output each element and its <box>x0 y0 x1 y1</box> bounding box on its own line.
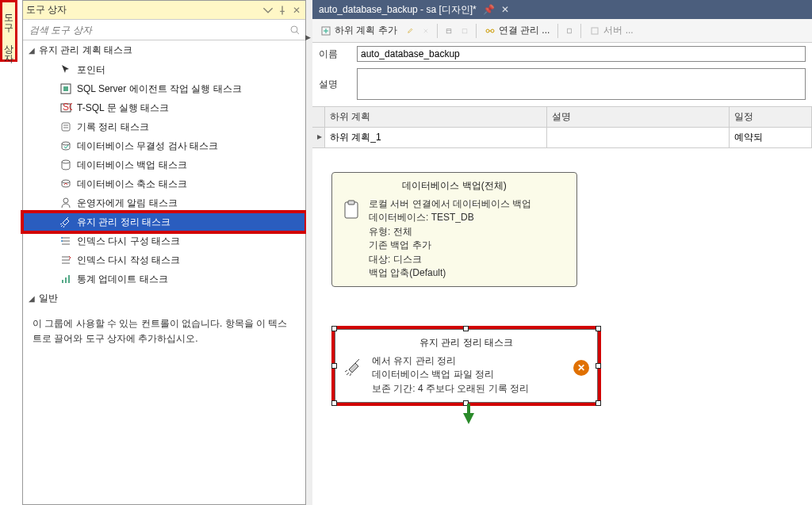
svg-point-10 <box>61 237 63 239</box>
document-tab[interactable]: auto_database_backup - sa [디자인]* 📌 ✕ <box>312 0 812 19</box>
svg-rect-17 <box>462 29 467 33</box>
svg-point-0 <box>291 26 297 33</box>
group-header-general[interactable]: ◢ 일반 <box>23 289 305 308</box>
delete-icon[interactable] <box>419 25 432 37</box>
svg-point-6 <box>62 142 70 145</box>
desc-input[interactable] <box>357 68 806 100</box>
resize-handle[interactable] <box>596 326 601 331</box>
manage-connections-button[interactable]: 연결 관리 ... <box>481 22 553 39</box>
task-description: 로컬 서버 연결에서 데이터베이스 백업 데이터베이스: TEST_DB 유형:… <box>369 197 531 280</box>
toolbar-label: 하위 계획 추가 <box>335 24 397 37</box>
grid-cell[interactable]: 예약되 <box>730 128 812 147</box>
tool-item-agent-job[interactable]: SQL Server 에이전트 작업 실행 태스크 <box>23 79 305 98</box>
toolbar-label: 서버 ... <box>603 24 633 37</box>
tool-item-history[interactable]: 기록 정리 태스크 <box>23 117 305 136</box>
resize-handle[interactable] <box>596 363 601 369</box>
group-header-maintenance[interactable]: ◢ 유지 관리 계획 태스크 <box>23 40 305 60</box>
resize-handle[interactable] <box>463 326 469 331</box>
tool-item-label: 데이터베이스 백업 태스크 <box>77 159 187 172</box>
document-area: auto_database_backup - sa [디자인]* 📌 ✕ 하위 … <box>312 0 812 505</box>
tool-item-label: 데이터베이스 무결성 검사 태스크 <box>77 140 218 153</box>
pointer-icon <box>59 63 72 76</box>
resize-handle[interactable] <box>331 363 337 369</box>
task-node-backup[interactable]: 데이터베이스 백업(전체) 로컬 서버 연결에서 데이터베이스 백업 데이터베이… <box>331 172 577 287</box>
row-indicator-icon: ▸ <box>312 128 325 147</box>
tool-item-stats[interactable]: 통계 업데이트 태스크 <box>23 270 305 289</box>
tsql-icon: SQL <box>59 101 72 114</box>
desc-label: 설명 <box>319 78 350 91</box>
tool-item-label: 통계 업데이트 태스크 <box>77 273 168 286</box>
error-badge-icon[interactable]: ✕ <box>573 360 589 376</box>
search-icon[interactable] <box>289 25 301 36</box>
tool-item-shrink[interactable]: 데이터베이스 축소 태스크 <box>23 174 305 193</box>
grid-header-schedule[interactable]: 일정 <box>730 107 812 127</box>
integrity-icon <box>59 140 72 152</box>
task-title: 유지 관리 정리 태스크 <box>343 336 589 350</box>
task-description: 에서 유지 관리 정리 데이터베이스 백업 파일 정리 보존 기간: 4 주보다… <box>372 354 529 396</box>
resize-handle[interactable] <box>331 326 337 331</box>
pin-icon[interactable] <box>277 5 288 16</box>
tool-item-integrity[interactable]: 데이터베이스 무결성 검사 태스크 <box>23 136 305 155</box>
close-icon[interactable]: ✕ <box>291 5 302 16</box>
calendar-disabled-icon[interactable] <box>458 25 471 37</box>
task-node-cleanup[interactable]: 유지 관리 정리 태스크 에서 유지 관리 정리 데이터베이스 백업 파일 정리… <box>331 326 601 406</box>
svg-rect-16 <box>446 29 451 33</box>
tool-item-notify[interactable]: 운영자에게 알림 태스크 <box>23 193 305 212</box>
tool-list: 포인터 SQL Server 에이전트 작업 실행 태스크 SQL T-SQL … <box>23 60 305 289</box>
name-label: 이름 <box>319 48 350 61</box>
tool-item-backup[interactable]: 데이터베이스 백업 태스크 <box>23 155 305 174</box>
grid-header-subplan[interactable]: 하위 계획 <box>325 107 547 127</box>
pin-icon[interactable]: 📌 <box>483 4 495 15</box>
calendar-icon[interactable] <box>442 25 455 37</box>
server-button[interactable]: 서버 ... <box>586 22 636 39</box>
toolbox-search-row <box>23 20 305 40</box>
clipboard-icon <box>340 199 362 221</box>
toolbar-label: 연결 관리 ... <box>499 24 550 37</box>
history-cleanup-icon <box>59 121 72 133</box>
resize-handle[interactable] <box>331 400 337 406</box>
add-subplan-icon <box>320 25 331 36</box>
svg-rect-13 <box>65 277 67 283</box>
dropdown-icon[interactable] <box>262 5 274 16</box>
name-row: 이름 <box>312 43 812 65</box>
collapse-icon: ◢ <box>28 46 36 55</box>
group-header-label: 일반 <box>39 292 58 305</box>
tool-item-cleanup[interactable]: 유지 관리 정리 태스크 <box>23 212 305 231</box>
svg-rect-12 <box>62 280 63 283</box>
report-icon[interactable] <box>563 25 576 37</box>
tool-item-reorg[interactable]: 인덱스 다시 구성 태스크 <box>23 231 305 251</box>
server-icon <box>589 25 600 36</box>
tool-item-rebuild[interactable]: 인덱스 다시 작성 태스크 <box>23 251 305 270</box>
group-header-label: 유지 관리 계획 태스크 <box>39 44 132 57</box>
svg-point-19 <box>491 29 494 33</box>
tool-item-tsql[interactable]: SQL T-SQL 문 실행 태스크 <box>23 98 305 117</box>
svg-rect-20 <box>568 29 572 33</box>
grid-cell[interactable] <box>547 128 730 147</box>
svg-text:SQL: SQL <box>63 101 72 113</box>
agent-job-icon <box>59 82 72 95</box>
svg-rect-14 <box>68 275 70 283</box>
edit-icon[interactable] <box>404 25 416 37</box>
document-tab-title: auto_database_backup - sa [디자인]* <box>319 3 477 17</box>
grid-row[interactable]: ▸ 하위 계획_1 예약되 <box>312 128 812 148</box>
toolbox-vertical-tab[interactable]: 도구 상자 <box>0 0 17 62</box>
tool-item-label: 포인터 <box>77 63 105 77</box>
name-input[interactable] <box>357 46 806 62</box>
tool-item-pointer[interactable]: 포인터 <box>23 60 305 79</box>
splitter[interactable] <box>306 0 312 505</box>
connection-icon <box>485 25 496 36</box>
tool-item-label: 데이터베이스 축소 태스크 <box>77 178 187 191</box>
grid-cell[interactable]: 하위 계획_1 <box>325 128 547 147</box>
grid-header-desc[interactable]: 설명 <box>547 107 730 127</box>
tool-item-label: 인덱스 다시 작성 태스크 <box>77 254 180 267</box>
connector-arrowhead-icon <box>463 413 474 424</box>
resize-handle[interactable] <box>596 400 601 406</box>
toolbox-search-input[interactable] <box>28 24 289 36</box>
design-surface[interactable]: 데이터베이스 백업(전체) 로컬 서버 연결에서 데이터베이스 백업 데이터베이… <box>312 148 812 481</box>
shrink-icon <box>59 178 72 190</box>
close-icon[interactable]: ✕ <box>501 4 509 15</box>
svg-point-18 <box>486 29 489 33</box>
add-subplan-button[interactable]: 하위 계획 추가 <box>317 22 400 39</box>
toolbox-panel: 도구 상자 ✕ ◢ 유지 관리 계획 태스크 포인터 SQL Server 에이… <box>22 0 306 505</box>
backup-icon <box>59 159 72 171</box>
